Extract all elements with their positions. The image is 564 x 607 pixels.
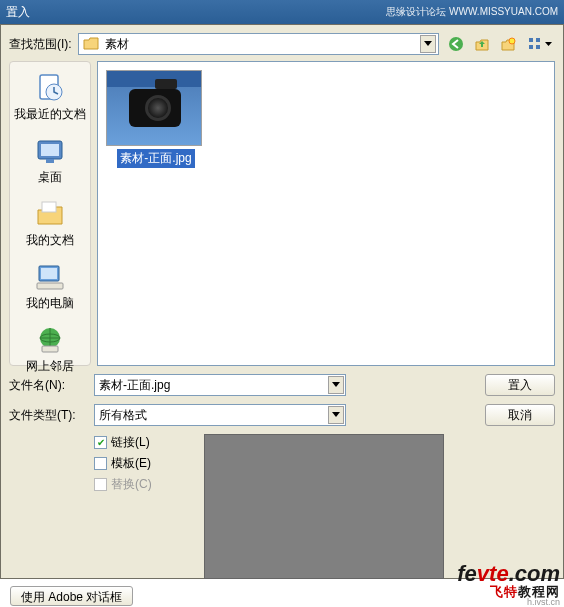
sidebar-item-mycomputer[interactable]: 我的电脑 xyxy=(10,257,90,316)
site-watermark: fevte.com 飞特教程网 h.ivst.cn xyxy=(457,563,560,607)
svg-rect-10 xyxy=(46,159,54,163)
sidebar-item-label: 我最近的文档 xyxy=(14,106,86,123)
options-area: ✔ 链接(L) 模板(E) 替换(C) xyxy=(9,434,555,579)
checkbox-label: 模板(E) xyxy=(111,455,151,472)
sidebar-item-network[interactable]: 网上邻居 xyxy=(10,320,90,379)
back-button[interactable] xyxy=(445,33,467,55)
chevron-down-icon[interactable] xyxy=(328,406,344,424)
checkbox-unchecked-icon xyxy=(94,457,107,470)
svg-rect-14 xyxy=(37,283,63,289)
place-button[interactable]: 置入 xyxy=(485,374,555,396)
recent-documents-icon xyxy=(34,72,66,104)
lower-panel: 文件名(N): 素材-正面.jpg 置入 文件类型(T): 所有格式 取消 ✔ … xyxy=(9,374,555,579)
svg-rect-9 xyxy=(41,144,59,156)
checkbox-disabled-icon xyxy=(94,478,107,491)
desktop-icon xyxy=(34,135,66,167)
watermark-text: vte xyxy=(477,561,509,586)
sidebar-item-label: 我的文档 xyxy=(26,232,74,249)
chevron-down-icon[interactable] xyxy=(420,35,436,53)
lookin-label: 查找范围(I): xyxy=(9,36,72,53)
main-area: 我最近的文档 桌面 我的文档 我的电脑 网上邻居 xyxy=(9,61,555,366)
window-title: 置入 xyxy=(6,0,30,24)
use-adobe-dialog-button[interactable]: 使用 Adobe 对话框 xyxy=(10,586,133,606)
svg-point-0 xyxy=(449,37,463,51)
filetype-combo[interactable]: 所有格式 xyxy=(94,404,346,426)
filename-row: 文件名(N): 素材-正面.jpg 置入 xyxy=(9,374,555,396)
template-checkbox[interactable]: 模板(E) xyxy=(94,455,184,472)
new-folder-button[interactable] xyxy=(497,33,519,55)
sidebar-item-mydocs[interactable]: 我的文档 xyxy=(10,194,90,253)
cancel-button[interactable]: 取消 xyxy=(485,404,555,426)
thumbnail-filename: 素材-正面.jpg xyxy=(117,149,194,168)
filetype-value: 所有格式 xyxy=(99,407,147,424)
up-one-level-button[interactable] xyxy=(471,33,493,55)
link-checkbox[interactable]: ✔ 链接(L) xyxy=(94,434,184,451)
svg-rect-3 xyxy=(536,38,540,42)
chevron-down-icon[interactable] xyxy=(328,376,344,394)
checkbox-column: ✔ 链接(L) 模板(E) 替换(C) xyxy=(94,434,184,579)
titlebar: 置入 思缘设计论坛 WWW.MISSYUAN.COM xyxy=(0,0,564,24)
checkbox-label: 替换(C) xyxy=(111,476,152,493)
my-computer-icon xyxy=(34,261,66,293)
my-documents-icon xyxy=(34,198,66,230)
svg-rect-2 xyxy=(529,38,533,42)
svg-rect-4 xyxy=(529,45,533,49)
watermark-text: .com xyxy=(509,561,560,586)
filename-label: 文件名(N): xyxy=(9,377,84,394)
file-list-pane[interactable]: 素材-正面.jpg xyxy=(97,61,555,366)
filetype-row: 文件类型(T): 所有格式 取消 xyxy=(9,404,555,426)
lookin-toolbar xyxy=(445,33,555,55)
preview-pane xyxy=(204,434,444,579)
svg-rect-13 xyxy=(41,268,57,279)
folder-icon xyxy=(83,37,99,51)
svg-rect-5 xyxy=(536,45,540,49)
watermark-text: 飞特 xyxy=(490,584,518,599)
checkbox-label: 链接(L) xyxy=(111,434,150,451)
thumbnail-image xyxy=(106,70,202,146)
sidebar-item-desktop[interactable]: 桌面 xyxy=(10,131,90,190)
filename-input[interactable]: 素材-正面.jpg xyxy=(94,374,346,396)
svg-rect-11 xyxy=(42,202,56,212)
titlebar-watermark: 思缘设计论坛 WWW.MISSYUAN.COM xyxy=(386,0,558,24)
sidebar-item-recent[interactable]: 我最近的文档 xyxy=(10,68,90,127)
places-sidebar: 我最近的文档 桌面 我的文档 我的电脑 网上邻居 xyxy=(9,61,91,366)
network-places-icon xyxy=(34,324,66,356)
watermark-text: fe xyxy=(457,561,477,586)
filetype-label: 文件类型(T): xyxy=(9,407,84,424)
svg-rect-17 xyxy=(42,346,58,352)
sidebar-item-label: 我的电脑 xyxy=(26,295,74,312)
watermark-url: h.ivst.cn xyxy=(457,598,560,607)
file-thumbnail[interactable]: 素材-正面.jpg xyxy=(106,70,206,168)
dialog-body: 查找范围(I): 素材 xyxy=(0,24,564,579)
view-menu-button[interactable] xyxy=(523,33,555,55)
sidebar-item-label: 桌面 xyxy=(38,169,62,186)
lookin-row: 查找范围(I): 素材 xyxy=(9,33,555,55)
checkbox-checked-icon: ✔ xyxy=(94,436,107,449)
lookin-value: 素材 xyxy=(105,36,129,53)
filename-value: 素材-正面.jpg xyxy=(99,377,170,394)
replace-checkbox: 替换(C) xyxy=(94,476,184,493)
sidebar-item-label: 网上邻居 xyxy=(26,358,74,375)
lookin-combo[interactable]: 素材 xyxy=(78,33,439,55)
svg-point-1 xyxy=(509,38,515,44)
